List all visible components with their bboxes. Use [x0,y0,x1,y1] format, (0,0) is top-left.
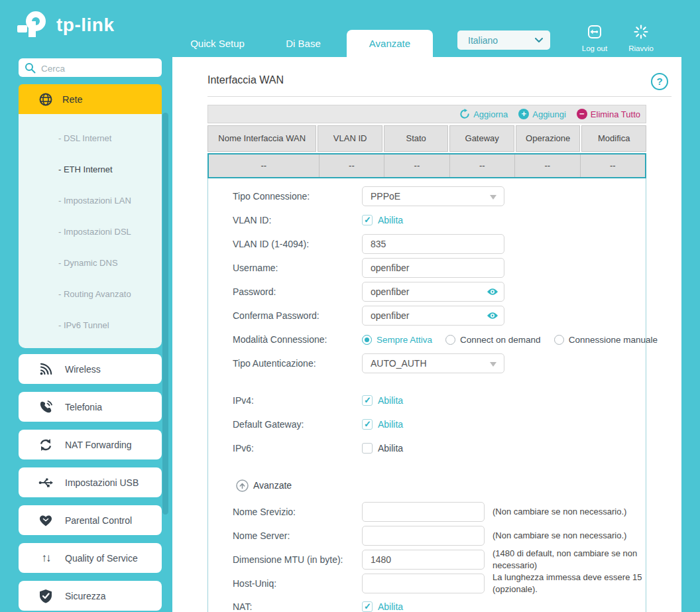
form-row-server-name: Nome Server: (Non cambiare se non necess… [233,526,650,546]
sidebar-item-rete[interactable]: Rete [19,84,162,114]
sidebar-item-wireless[interactable]: Wireless [19,354,162,384]
checkbox-icon [362,419,373,430]
sidebar-subitem-dsl-internet[interactable]: - DSL Internet [58,133,111,145]
eye-icon[interactable] [487,312,498,320]
add-button[interactable]: Aggiungi [518,109,566,119]
heart-icon [38,514,53,527]
host-uniq-input[interactable] [362,574,485,593]
auth-type-select[interactable]: AUTO_AUTH [362,353,504,373]
sidebar-subitem-impostazioni-dsl[interactable]: - Impostazioni DSL [58,226,131,238]
sidebar-item-label: Sicurezza [65,591,105,601]
sidebar-item-label: Telefonia [65,402,102,412]
refresh-icon [459,109,470,119]
search-input[interactable] [40,58,159,78]
help-icon[interactable] [651,73,668,90]
form-row-connection-mode: Modalità Connessione: Sempre Attiva Conn… [233,330,658,349]
field-label: Tipo Autenticazione: [233,358,362,369]
main-content: Interfaccia WAN Aggiorna Aggiungi Elimin… [172,57,681,612]
sidebar-item-label: Rete [62,94,83,105]
radio-icon [445,335,455,345]
username-input[interactable] [362,258,504,278]
form-row-password: Password: [233,282,504,302]
connection-type-select[interactable]: PPPoE [362,186,504,206]
sidebar-item-parental-control[interactable]: Parental Control [19,505,162,535]
sidebar-scrollbar[interactable] [162,113,168,515]
phone-icon [38,400,53,414]
reboot-label: Riavvio [622,44,660,52]
connection-mode-radios: Sempre Attiva Connect on demand Connessi… [362,335,658,345]
field-label: NAT: [233,601,362,612]
field-label: Default Gateway: [233,419,362,430]
tab-di-base[interactable]: Di Base [282,34,325,53]
nat-checkbox[interactable]: Abilita [362,601,403,612]
form-row-ipv6: IPv6: Abilita [233,438,403,458]
ipv6-checkbox[interactable]: Abilita [362,443,403,454]
sidebar-subitem-eth-internet[interactable]: - ETH Internet [58,164,113,176]
sidebar-item-label: Wireless [65,364,101,375]
checkbox-label: Abilita [378,601,403,612]
page-title: Interfaccia WAN [207,74,284,86]
password-input[interactable] [362,282,504,302]
reboot-button[interactable]: Riavvio [622,24,660,52]
advanced-collapse-toggle[interactable]: Avanzate [236,479,292,492]
sidebar-item-sicurezza[interactable]: Sicurezza [19,581,162,611]
usb-icon [38,476,53,489]
table-row-selected[interactable]: -- -- -- -- -- -- [207,153,646,178]
checkbox-icon [362,601,373,612]
default-gateway-checkbox[interactable]: Abilita [362,419,403,430]
logout-button[interactable]: Log out [575,24,614,52]
tab-quick-setup[interactable]: Quick Setup [188,34,247,53]
tab-avanzate[interactable]: Avanzate [347,30,433,57]
sidebar-item-label: NAT Forwarding [65,440,132,450]
field-hint: (Non cambiare se non necessario.) [493,506,650,518]
sidebar-subitem-impostazioni-lan[interactable]: - Impostazioni LAN [58,195,131,207]
field-label: IPv4: [233,395,362,406]
field-label: Nome Srevizio: [233,507,362,517]
form-row-mtu: Dimensione MTU (in byte): (1480 di defau… [233,550,650,570]
sidebar-subitem-routing-avanzato[interactable]: - Routing Avanzato [58,288,131,300]
cell-stato: -- [384,154,449,177]
sidebar-subitem-dynamic-dns[interactable]: - Dynamic DNS [58,257,118,269]
field-label: VLAN ID: [233,215,362,225]
cell-operazione: -- [515,154,580,177]
confirm-password-input[interactable] [362,306,504,326]
rete-submenu: - DSL Internet - ETH Internet - Impostaz… [19,114,162,348]
vlan-enable-checkbox[interactable]: Abilita [362,215,403,225]
form-row-host-uniq: Host-Uniq: La lunghezza immessa deve ess… [233,574,650,593]
language-value: Italiano [468,35,498,46]
sync-arrows-icon [38,438,53,452]
language-select[interactable]: Italiano [457,31,550,50]
form-row-ipv4: IPv4: Abilita [233,391,403,410]
sidebar-item-quality-of-service[interactable]: ↑↓ Quality of Service [19,543,162,573]
column-header: VLAN ID [318,125,382,152]
checkbox-icon [362,443,373,454]
title-divider [207,96,671,97]
checkbox-label: Abilita [378,443,403,454]
sidebar-item-telefonia[interactable]: Telefonia [19,392,162,422]
sidebar-item-nat-forwarding[interactable]: NAT Forwarding [19,430,162,459]
sidebar-search [19,58,162,77]
sidebar-subitem-ipv6-tunnel[interactable]: - IPv6 Tunnel [58,320,109,332]
mtu-input[interactable] [362,550,485,570]
cell-vlan-id: -- [320,154,384,177]
field-label: Host-Uniq: [233,578,362,589]
eye-icon[interactable] [487,288,498,296]
delete-all-button[interactable]: Elimina Tutto [577,109,640,119]
form-row-vlan-id: VLAN ID (1-4094): [233,234,504,254]
checkbox-icon [362,215,373,225]
sidebar-item-impostazioni-usb[interactable]: Impostazioni USB [19,467,162,497]
ipv4-checkbox[interactable]: Abilita [362,395,403,406]
vlan-id-input[interactable] [362,234,504,254]
checkbox-label: Abilita [378,419,403,430]
server-name-input[interactable] [362,526,485,546]
service-name-input[interactable] [362,502,485,522]
field-hint: (Non cambiare se non necessario.) [493,530,650,542]
form-row-auth-type: Tipo Autenticazione: AUTO_AUTH [233,353,504,373]
radio-connect-on-demand[interactable]: Connect on demand [445,335,541,345]
form-row-confirm-password: Conferma Password: [233,306,504,326]
radio-connessione-manuale[interactable]: Connessione manuale [554,335,658,345]
refresh-button[interactable]: Aggiorna [459,109,508,119]
field-label: Modalità Connessione: [233,334,362,345]
radio-sempre-attiva[interactable]: Sempre Attiva [362,335,432,345]
field-label: Username: [233,263,362,273]
